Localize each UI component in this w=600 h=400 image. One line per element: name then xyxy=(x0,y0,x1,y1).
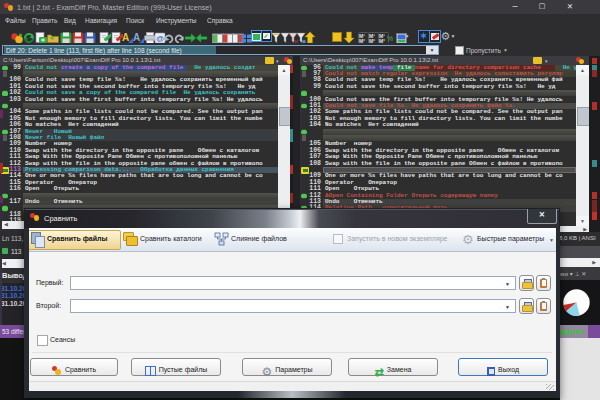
svg-text:M²: M² xyxy=(359,38,365,43)
svg-text:M²: M² xyxy=(379,38,385,43)
svg-text:A: A xyxy=(122,32,129,43)
svg-text:M²: M² xyxy=(369,38,375,43)
svg-text:A: A xyxy=(133,32,140,43)
svg-text:%: % xyxy=(387,35,393,42)
